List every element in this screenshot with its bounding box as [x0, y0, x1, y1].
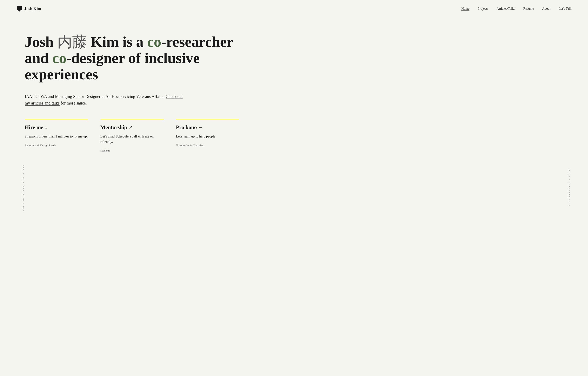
- cards-section: Hire me ↓ 3 reasons in less than 3 minut…: [25, 119, 252, 153]
- hero-subtitle: IAAP CPWA and Managing Senior Designer a…: [25, 93, 186, 106]
- nav-articles-talks[interactable]: Articles/Talks: [497, 7, 515, 10]
- card-divider-pro-bono: [176, 119, 239, 119]
- svg-marker-1: [18, 10, 21, 11]
- card-hire-me[interactable]: Hire me ↓ 3 reasons in less than 3 minut…: [25, 119, 100, 153]
- hero-kanji: 内藤: [57, 34, 87, 50]
- nav-home[interactable]: Home: [462, 7, 470, 10]
- card-title-pro-bono: Pro bono →: [176, 124, 239, 130]
- card-arrow-pro-bono: →: [199, 125, 203, 130]
- hero-co2: co: [52, 50, 66, 66]
- nav-lets-talk[interactable]: Let's Talk: [559, 7, 571, 10]
- card-desc-pro-bono: Let's team up to help people.: [176, 134, 239, 139]
- logo[interactable]: Josh Kim: [17, 6, 41, 11]
- card-desc-mentorship: Let's chat! Schedule a call with me on c…: [100, 134, 164, 145]
- svg-rect-0: [17, 6, 22, 10]
- card-title-mentorship: Mentorship ↗: [100, 124, 164, 130]
- card-pro-bono[interactable]: Pro bono → Let's team up to help people.…: [176, 119, 252, 153]
- card-arrow-mentorship: ↗: [129, 125, 133, 130]
- hero-co1: co: [147, 34, 161, 50]
- main-content: Josh 内藤 Kim is a co-researcher and co-de…: [0, 17, 289, 165]
- subtitle-text-after: for more sauce.: [60, 101, 87, 105]
- card-tag-hire-me: Recruiters & Design Leads: [25, 144, 56, 147]
- nav-projects[interactable]: Projects: [478, 7, 488, 10]
- card-divider-mentorship: [100, 119, 164, 119]
- vertical-text-right: ALLY = ACCESSIBILITY: [568, 169, 571, 207]
- hero-heading: Josh 内藤 Kim is a co-researcher and co-de…: [25, 34, 252, 83]
- card-divider-hire-me: [25, 119, 88, 119]
- card-desc-hire-me: 3 reasons in less than 3 minutes to hit …: [25, 134, 88, 139]
- logo-name: Josh Kim: [24, 6, 41, 11]
- main-nav: Home Projects Articles/Talks Resume Abou…: [462, 7, 571, 10]
- logo-icon: [17, 6, 22, 11]
- subtitle-text-before: IAAP CPWA and Managing Senior Designer a…: [25, 94, 166, 99]
- nav-resume[interactable]: Resume: [523, 7, 534, 10]
- card-title-hire-me: Hire me ↓: [25, 124, 88, 130]
- card-tag-mentorship: Students: [100, 149, 110, 152]
- card-arrow-hire-me: ↓: [45, 125, 47, 130]
- vertical-text-left: NIHIL DE NOBIS, SINE NOBIS: [22, 165, 24, 211]
- card-mentorship[interactable]: Mentorship ↗ Let's chat! Schedule a call…: [100, 119, 176, 153]
- site-header: Josh Kim Home Projects Articles/Talks Re…: [0, 0, 588, 17]
- card-tag-pro-bono: Non-profits & Charities: [176, 144, 203, 147]
- nav-about[interactable]: About: [542, 7, 550, 10]
